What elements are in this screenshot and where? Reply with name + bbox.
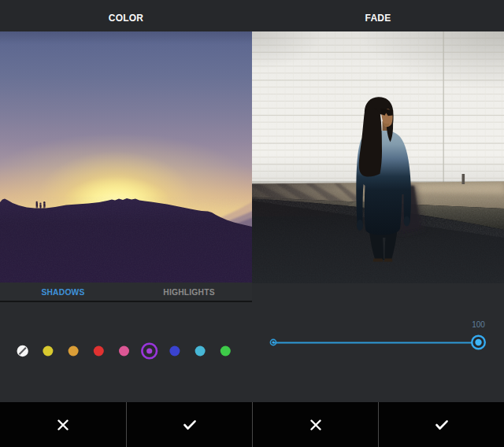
svg-text:100: 100 <box>472 320 485 329</box>
